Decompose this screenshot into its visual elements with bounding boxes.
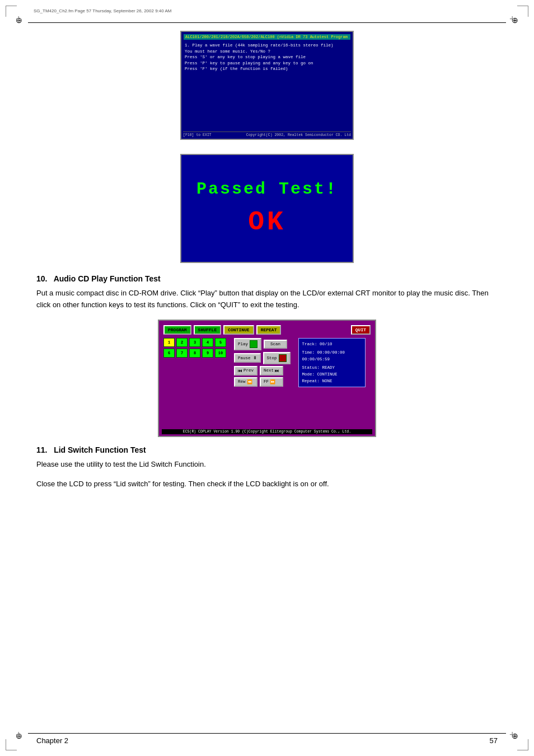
- cd-pause-icon: ⏸: [252, 355, 257, 360]
- dos-line1: 1. Play a wave file (44k sampling rate/1…: [185, 43, 349, 49]
- cd-ff-icon: ⏩: [270, 379, 275, 384]
- passed-text: Passed Test!: [196, 180, 338, 199]
- cd-track-6[interactable]: 6: [163, 349, 175, 358]
- cd-play-label: Play: [238, 342, 248, 346]
- cd-track-row2: 6 7 8 9 10: [163, 349, 226, 358]
- cd-ctrl-row3: ⏮ Prev Next ⏭: [234, 366, 291, 375]
- section11-body1: Please use the utility to test the Lid S…: [36, 459, 498, 471]
- cd-stop-indicator: [279, 354, 287, 362]
- cd-track-2[interactable]: 2: [176, 338, 188, 347]
- cd-footer: ECS(R) CDPLAY Version 1.90 (C)Copyright …: [162, 429, 372, 434]
- cd-play-indicator: [250, 340, 257, 348]
- cd-track-10[interactable]: 10: [215, 349, 226, 358]
- dos-content: 1. Play a wave file (44k sampling rate/1…: [184, 41, 350, 73]
- cd-rew-icon: ⏪: [247, 379, 252, 384]
- dos-footer: [F10] to EXIT Copyright(C) 2002, Realtek…: [183, 132, 351, 137]
- cd-ctrl-row4: Rew ⏪ FF ⏩: [234, 377, 291, 387]
- cd-track-8[interactable]: 8: [189, 349, 200, 358]
- cd-stop-label: Stop: [267, 356, 277, 360]
- cd-pause-label: Pause: [238, 356, 251, 360]
- cd-prev-icon: ⏮: [238, 368, 242, 373]
- cd-rew-btn[interactable]: Rew ⏪: [234, 377, 257, 387]
- cd-next-label: Next: [264, 368, 274, 373]
- footer-page-number: 57: [490, 736, 498, 745]
- cd-info-panel: Track: 00/10 Time: 00:00/00:00 00:00/05:…: [298, 338, 366, 387]
- cd-mode-info: Mode: CONTINUE: [302, 371, 362, 378]
- ok-text: OK: [248, 207, 286, 237]
- cd-topbar: PROGRAM SHUFFLE CONTINUE REPEAT QUIT: [163, 325, 371, 335]
- passed-screenshot: Passed Test! OK: [180, 154, 354, 263]
- crosshair-tr: ⊕: [509, 16, 518, 25]
- cd-main-area: 1 2 3 4 5 6 7 8 9 10 Play: [163, 338, 371, 387]
- section10-title-text: Audio CD Play Function Test: [54, 274, 161, 283]
- dos-title-text: ALC101/200/201/210/202A/650/202/ALC100 (…: [185, 35, 348, 39]
- dos-line5: Press 'F' key (if the function is failed…: [185, 66, 349, 72]
- cd-track-3[interactable]: 3: [189, 338, 200, 347]
- page-footer: Chapter 2 57: [36, 733, 498, 745]
- cd-repeat-info: Repeat: NONE: [302, 378, 362, 384]
- section11-title-text: Lid Switch Function Test: [54, 445, 146, 454]
- cd-shuffle-btn[interactable]: SHUFFLE: [194, 325, 222, 335]
- corner-br: [517, 739, 528, 750]
- corner-tl: [6, 6, 17, 17]
- cd-ff-btn[interactable]: FF ⏩: [260, 377, 283, 387]
- cdplayer-screenshot: PROGRAM SHUFFLE CONTINUE REPEAT QUIT 1 2…: [158, 320, 376, 437]
- cd-track-info: Track: 00/10: [302, 341, 362, 348]
- page-content: ALC101/200/201/210/202A/650/202/ALC100 (…: [36, 31, 498, 725]
- cd-controls: Play Scan Pause ⏸ Stop: [234, 338, 291, 387]
- cd-track-grid: 1 2 3 4 5 6 7 8 9 10: [163, 338, 226, 358]
- cd-track-9[interactable]: 9: [202, 349, 213, 358]
- cd-scan-btn[interactable]: Scan: [264, 340, 287, 349]
- crosshair-tl: ⊕: [16, 16, 25, 25]
- cd-track-row1: 1 2 3 4 5: [163, 338, 226, 347]
- cd-time-info2: 00:00/05:59: [302, 356, 362, 363]
- cd-track-7[interactable]: 7: [176, 349, 188, 358]
- cd-status-label: Status: READY: [302, 365, 335, 370]
- cd-play-btn[interactable]: Play: [234, 338, 261, 350]
- dos-line2: You must hear some music. Yes/No ?: [185, 49, 349, 55]
- cd-track-4[interactable]: 4: [202, 338, 213, 347]
- top-rule: [28, 22, 506, 23]
- cd-stop-btn[interactable]: Stop: [263, 352, 291, 364]
- page-header: SG_TM420_Ch2.fm Page 57 Thursday, Septem…: [34, 8, 172, 13]
- corner-tr: [517, 6, 528, 17]
- crosshair-br: ⊕: [509, 731, 518, 740]
- cd-track-1[interactable]: 1: [163, 338, 175, 347]
- cd-next-icon: ⏭: [275, 368, 279, 373]
- section11-number: 11.: [36, 445, 47, 454]
- cd-prev-label: Prev: [243, 368, 254, 373]
- section10-title: 10. Audio CD Play Function Test: [36, 274, 498, 283]
- cd-time-label1: Time: 00:00/00:00: [302, 350, 345, 355]
- section11-body2: Close the LCD to press “Lid switch” for …: [36, 478, 498, 490]
- cd-repeat-btn[interactable]: REPEAT: [256, 325, 282, 335]
- dos-line4: Press 'P' key to pause playing and any k…: [185, 60, 349, 67]
- cd-pause-btn[interactable]: Pause ⏸: [234, 353, 261, 363]
- cd-continue-btn[interactable]: CONTINUE: [223, 325, 254, 335]
- section11-title: 11. Lid Switch Function Test: [36, 445, 498, 454]
- crosshair-bl: ⊕: [16, 731, 25, 740]
- dos-screenshot: ALC101/200/201/210/202A/650/202/ALC100 (…: [180, 31, 354, 140]
- cd-ctrl-row2: Pause ⏸ Stop: [234, 352, 291, 364]
- cd-program-btn[interactable]: PROGRAM: [163, 325, 191, 335]
- footer-chapter: Chapter 2: [36, 736, 68, 745]
- cd-status-info: Status: READY: [302, 364, 362, 371]
- cd-rew-label: Rew: [238, 379, 246, 384]
- cd-next-btn[interactable]: Next ⏭: [260, 366, 283, 375]
- cd-ff-label: FF: [264, 379, 269, 384]
- dos-exit-cmd: [F10] to EXIT: [183, 133, 212, 137]
- cd-quit-btn[interactable]: QUIT: [351, 325, 371, 335]
- cd-time-info1: Time: 00:00/00:00: [302, 349, 362, 356]
- cd-scan-label: Scan: [270, 342, 280, 346]
- dos-titlebar: ALC101/200/201/210/202A/650/202/ALC100 (…: [184, 34, 350, 40]
- cd-track-5[interactable]: 5: [215, 338, 226, 347]
- cd-ctrl-row1: Play Scan: [234, 338, 291, 350]
- section10-number: 10.: [36, 274, 47, 283]
- dos-line3: Press 'S' or any key to stop playing a w…: [185, 54, 349, 60]
- section10-body: Put a music compact disc in CD-ROM drive…: [36, 288, 498, 311]
- cd-prev-btn[interactable]: ⏮ Prev: [234, 366, 257, 375]
- dos-copyright: Copyright(C) 2002, Realtek Semiconductor…: [246, 133, 351, 137]
- corner-bl: [6, 739, 17, 750]
